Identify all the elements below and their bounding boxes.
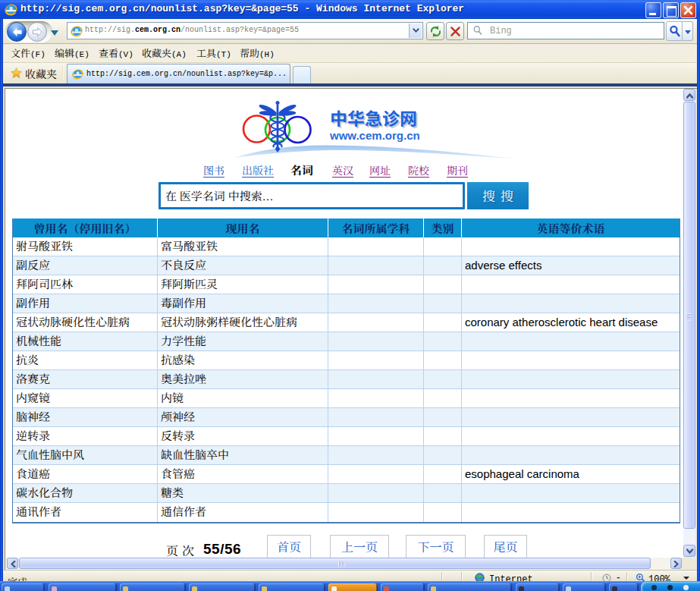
search-options-dropdown[interactable] [683,21,693,41]
back-arrow-icon [11,27,23,37]
table-cell [424,237,462,256]
divider [62,65,63,81]
search-go-icon [669,25,680,37]
title-bar[interactable]: http://sig.cem.org.cn/nounlist.asp?key=&… [0,0,700,19]
table-cell [328,370,424,389]
refresh-button[interactable] [426,22,444,40]
table-row: 内窥镜内镜 [13,389,680,408]
menu-edit[interactable]: 编辑(E) [55,44,89,62]
menu-help[interactable]: 帮助(H) [240,44,275,62]
table-cell: 气血性脑中风 [13,446,158,465]
scroll-up-button[interactable] [683,89,695,101]
menu-favorites[interactable]: 收藏夹(A) [142,44,187,62]
site-name: 中华急诊网 [330,105,417,130]
taskbar-button[interactable] [563,583,605,591]
table-cell: 力学性能 [158,332,328,351]
zoom-dropdown-caret[interactable] [683,577,689,580]
taskbar-button[interactable] [609,583,638,591]
search-go-button[interactable] [666,21,683,41]
menu-tools[interactable]: 工具(T) [196,44,231,62]
taskbar-button[interactable] [2,583,44,591]
nav-link-books[interactable]: 图书 [203,162,224,178]
scroll-down-button[interactable] [683,545,695,557]
windows-taskbar[interactable] [0,581,700,591]
minimize-button[interactable] [645,2,661,18]
taskbar-button-icon [384,586,389,591]
web-search-box[interactable]: Bing [467,22,664,39]
table-row: 拜阿司匹林拜阿斯匹灵 [13,275,680,294]
taskbar-button[interactable] [259,583,325,591]
table-cell [328,313,424,332]
menu-file[interactable]: 文件(F) [11,44,46,62]
vertical-scroll-thumb[interactable] [683,102,695,529]
table-cell [462,408,680,427]
new-tab-button[interactable] [293,66,311,83]
table-row: 冠状动脉硬化性心脏病冠状动脉粥样硬化性心脏病coronary atheroscl… [13,313,680,332]
table-cell [424,275,462,294]
table-cell [462,446,680,465]
next-page-button[interactable]: 下一页 [406,535,466,558]
scroll-right-button[interactable] [670,558,682,569]
nav-link-nouns-active[interactable]: 名词 [290,162,313,178]
tray-icon[interactable] [651,585,657,590]
nav-link-journals[interactable]: 期刊 [447,162,468,178]
table-cell: 反转录 [158,427,328,446]
table-cell: 抗感染 [158,351,328,370]
site-search-button[interactable]: 搜搜 [467,182,529,209]
stop-icon [449,25,462,38]
first-page-button[interactable]: 首页 [267,535,311,558]
taskbar-button[interactable] [381,583,424,591]
taskbar-button-active[interactable] [328,583,377,591]
last-page-button[interactable]: 尾页 [484,535,527,558]
recent-pages-dropdown[interactable] [51,30,58,36]
table-cell [328,294,424,313]
nav-link-websites[interactable]: 网址 [369,162,391,178]
forward-button[interactable] [27,22,47,42]
table-cell: 富马酸亚铁 [158,237,328,256]
table-cell: 冠状动脉硬化性心脏病 [13,313,158,332]
tray-icon[interactable] [683,585,689,590]
table-row: 食道癌食管癌esophageal carcinoma [13,465,680,484]
table-cell [462,370,680,389]
taskbar-button[interactable] [120,583,185,591]
navigation-bar: http://sig.cem.org.cn/nounlist.asp?key=&… [3,19,697,44]
taskbar-button[interactable] [189,583,255,591]
table-cell [328,256,424,275]
nav-link-publishers[interactable]: 出版社 [242,162,274,178]
nav-link-en-cn[interactable]: 英汉 [332,162,353,178]
site-search-input[interactable]: 在 医学名词 中搜索... [159,182,465,209]
active-tab[interactable]: http://sig.cem.org.cn/nounlist.asp?key=&… [67,64,290,83]
column-header: 名词所属学科 [328,218,424,237]
taskbar-button[interactable] [428,583,511,591]
menu-bar: 文件(F) 编辑(E) 查看(V) 收藏夹(A) 工具(T) 帮助(H) [3,44,697,63]
favorites-button[interactable]: 收藏夹 [25,67,57,80]
maximize-button[interactable] [663,2,679,18]
table-cell: 脑神经 [13,408,158,427]
tray-icon[interactable] [667,585,673,590]
taskbar-button[interactable] [516,583,559,591]
horizontal-scroll-thumb[interactable] [19,558,651,569]
table-row: 机械性能力学性能 [13,332,680,351]
stop-button[interactable] [446,22,464,40]
refresh-icon [429,25,442,38]
pagination: 页次 55/56 首页 上一页 下一页 尾页 [5,535,683,558]
taskbar-button[interactable] [49,583,116,591]
table-header-row: 曾用名（停用旧名）现用名名词所属学科类别英语等价术语 [13,218,680,237]
taskbar-button-icon [52,586,57,591]
table-cell: coronary atherosclerotic heart disease [462,313,680,332]
horizontal-scrollbar[interactable] [5,558,695,570]
prev-page-button[interactable]: 上一页 [330,535,389,558]
scroll-left-button[interactable] [7,558,18,569]
menu-view[interactable]: 查看(V) [99,44,133,62]
column-header: 英语等价术语 [462,218,680,237]
vertical-scrollbar[interactable] [683,89,695,558]
table-cell [462,294,680,313]
address-bar[interactable]: http://sig.cem.org.cn/nounlist.asp?key=&… [67,22,423,39]
table-row: 副反应不良反应adverse effects [13,256,680,275]
address-dropdown-button[interactable] [409,24,422,38]
nav-link-colleges[interactable]: 院校 [408,162,429,178]
table-cell [424,313,462,332]
close-button[interactable] [680,2,696,18]
back-button[interactable] [7,22,27,42]
chevron-left-icon [10,561,16,567]
